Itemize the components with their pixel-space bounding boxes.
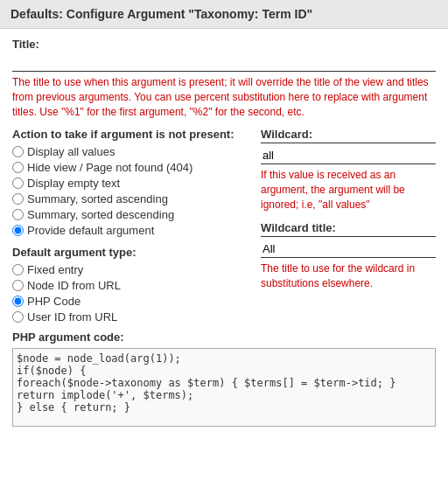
content-area: Title: The title to use when this argume…: [0, 29, 448, 447]
action-label-6: Provide default argument: [27, 224, 154, 237]
wildcard-title-help: The title to use for the wildcard in sub…: [261, 261, 436, 291]
wildcard-title-label: Wildcard title:: [261, 221, 436, 237]
page-title: Defaults: Configure Argument "Taxonomy: …: [10, 7, 312, 21]
title-input[interactable]: [12, 54, 436, 72]
dat-label-3: PHP Code: [27, 295, 80, 308]
action-option-3: Display empty text: [12, 177, 247, 190]
action-label-5: Summary, sorted descending: [27, 208, 174, 221]
dat-option-4: User ID from URL: [12, 310, 247, 324]
wildcard-help-text: If this value is received as an argument…: [261, 168, 436, 212]
page-header: Defaults: Configure Argument "Taxonomy: …: [0, 0, 448, 29]
wildcard-input[interactable]: [261, 147, 436, 164]
action-radio-5[interactable]: [12, 209, 24, 220]
wildcard-title-input[interactable]: [261, 240, 436, 258]
action-radio-4[interactable]: [12, 193, 24, 205]
action-option-6: Provide default argument: [12, 224, 247, 237]
right-column: Wildcard: If this value is received as a…: [261, 128, 436, 330]
dat-option-2: Node ID from URL: [12, 279, 247, 292]
dat-label-1: Fixed entry: [27, 263, 83, 276]
wildcard-section: Wildcard: If this value is received as a…: [261, 128, 436, 212]
action-label-2: Hide view / Page not found (404): [27, 161, 192, 174]
action-option-2: Hide view / Page not found (404): [12, 161, 247, 174]
action-option-1: Display all values: [12, 145, 247, 158]
default-arg-label: Default argument type:: [12, 246, 247, 259]
dat-radio-1[interactable]: [12, 264, 24, 275]
title-label: Title:: [12, 38, 436, 51]
action-section: Action to take if argument is not presen…: [12, 128, 247, 237]
action-radio-6[interactable]: [12, 225, 24, 236]
php-label: PHP argument code:: [12, 330, 436, 344]
dat-radio-4[interactable]: [12, 311, 24, 323]
dat-radio-2[interactable]: [12, 280, 24, 291]
php-section: PHP argument code: $node = node_load(arg…: [12, 330, 436, 429]
default-arg-section: Default argument type: Fixed entry Node …: [12, 246, 247, 324]
php-code-textarea[interactable]: $node = node_load(arg(1)); if($node) { f…: [12, 348, 436, 427]
action-radio-1[interactable]: [12, 146, 24, 157]
action-section-label: Action to take if argument is not presen…: [12, 128, 247, 141]
page-container: Defaults: Configure Argument "Taxonomy: …: [0, 0, 448, 494]
action-option-5: Summary, sorted descending: [12, 208, 247, 221]
action-radio-group: Display all values Hide view / Page not …: [12, 145, 247, 237]
action-option-4: Summary, sorted ascending: [12, 192, 247, 205]
dat-label-2: Node ID from URL: [27, 279, 121, 292]
dat-option-1: Fixed entry: [12, 263, 247, 276]
title-section: Title: The title to use when this argume…: [12, 38, 436, 119]
action-label-4: Summary, sorted ascending: [27, 192, 168, 205]
default-arg-radio-group: Fixed entry Node ID from URL PHP Code: [12, 263, 247, 324]
title-help-text: The title to use when this argument is p…: [12, 75, 436, 119]
action-radio-2[interactable]: [12, 162, 24, 173]
two-col-layout: Action to take if argument is not presen…: [12, 128, 436, 330]
action-label-1: Display all values: [27, 145, 115, 158]
left-column: Action to take if argument is not presen…: [12, 128, 247, 330]
dat-option-3: PHP Code: [12, 295, 247, 308]
wildcard-title-section: Wildcard title: The title to use for the…: [261, 221, 436, 291]
action-radio-3[interactable]: [12, 177, 24, 189]
action-label-3: Display empty text: [27, 177, 120, 190]
wildcard-label: Wildcard:: [261, 128, 436, 143]
dat-radio-3[interactable]: [12, 296, 24, 307]
dat-label-4: User ID from URL: [27, 310, 117, 324]
